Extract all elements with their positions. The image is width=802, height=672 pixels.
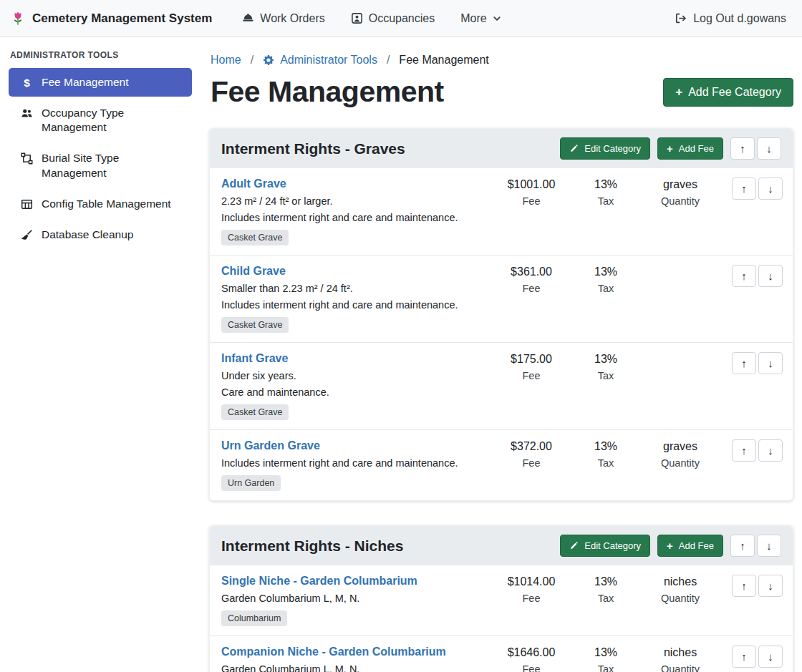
fee-type-badge: Casket Grave (221, 317, 289, 333)
fee-name-link[interactable]: Companion Niche - Garden Columbarium (221, 646, 446, 658)
fee-description: Includes interment right and care and ma… (221, 299, 488, 311)
fee-quantity-value: niches (637, 575, 724, 589)
fee-amount-value: $361.00 (488, 266, 575, 279)
fee-tax-label: Tax (575, 457, 637, 469)
fee-quantity-label: Quantity (637, 195, 724, 207)
fee-amount-label: Fee (488, 593, 575, 604)
fee-tax-value: 13% (575, 353, 637, 366)
arrow-up-icon: ↑ (740, 142, 745, 155)
move-fee-up-button[interactable]: ↑ (732, 646, 756, 668)
fee-quantity-value: niches (637, 646, 724, 660)
logout-label: Log Out d.gowans (693, 12, 786, 25)
fee-tax-value: 13% (575, 575, 637, 589)
dollar-icon: $ (20, 77, 34, 89)
nav-item-work-orders[interactable]: Work Orders (242, 12, 324, 25)
fee-tax-label: Tax (575, 283, 637, 294)
edit-category-label: Edit Category (584, 143, 641, 154)
move-fee-down-button[interactable]: ↓ (758, 352, 783, 374)
move-fee-up-button[interactable]: ↑ (732, 177, 756, 200)
fee-quantity-value: graves (637, 440, 724, 454)
arrow-down-icon: ↓ (768, 357, 773, 369)
fee-main: Single Niche - Garden Columbarium Garden… (221, 575, 488, 626)
occupancy-icon (351, 12, 363, 24)
fee-amount-column: $1646.00 Fee (488, 646, 575, 672)
fee-description: 2.23 m² / 24 ft² or larger. (221, 195, 488, 207)
main-content: Home / Administrator Tools / Fee Managem… (200, 37, 802, 672)
fee-amount-value: $372.00 (488, 440, 575, 454)
breadcrumb-home-link[interactable]: Home (211, 54, 241, 67)
move-category-up-button[interactable]: ↑ (730, 137, 755, 160)
nav-item-more[interactable]: More (460, 12, 501, 25)
fee-tax-value: 13% (575, 178, 637, 192)
sidebar-item-label: Occupancy Type Management (42, 106, 180, 135)
add-fee-button[interactable]: + Add Fee (657, 535, 723, 557)
fee-amount-value: $1001.00 (488, 178, 575, 192)
fee-reorder-group: ↑ ↓ (724, 265, 783, 333)
arrow-up-icon: ↑ (741, 357, 747, 369)
add-fee-category-button[interactable]: + Add Fee Category (663, 78, 793, 107)
table-icon (20, 198, 34, 210)
fee-reorder-group: ↑ ↓ (724, 646, 783, 672)
fee-name-link[interactable]: Urn Garden Grave (221, 439, 320, 452)
fee-name-link[interactable]: Adult Grave (221, 177, 286, 190)
fee-row: Single Niche - Garden Columbarium Garden… (210, 565, 793, 636)
fee-tax-column: 13% Tax (575, 439, 637, 491)
sidebar-item-burial-site-type-management[interactable]: Burial Site Type Management (9, 144, 192, 187)
fee-tax-label: Tax (575, 663, 637, 672)
fee-quantity-column (637, 352, 724, 420)
sidebar-item-config-table-management[interactable]: Config Table Management (9, 190, 192, 218)
move-fee-down-button[interactable]: ↓ (758, 177, 783, 200)
edit-category-button[interactable]: Edit Category (560, 535, 650, 557)
add-fee-label: Add Fee (679, 540, 714, 551)
edit-category-button[interactable]: Edit Category (560, 137, 650, 160)
fee-quantity-column: niches Quantity (637, 575, 724, 626)
fee-description: Garden Columbarium L, M, N. (221, 663, 488, 672)
move-fee-down-button[interactable]: ↓ (758, 646, 783, 668)
fee-quantity-label: Quantity (637, 593, 724, 604)
move-category-up-button[interactable]: ↑ (730, 535, 755, 557)
add-fee-button[interactable]: + Add Fee (657, 137, 723, 160)
fee-main: Adult Grave 2.23 m² / 24 ft² or larger.I… (221, 177, 488, 245)
fee-name-link[interactable]: Single Niche - Garden Columbarium (221, 575, 417, 588)
fee-amount-column: $372.00 Fee (488, 439, 575, 491)
move-fee-up-button[interactable]: ↑ (732, 439, 756, 462)
breadcrumb-admin-tools-link[interactable]: Administrator Tools (263, 54, 377, 67)
fee-reorder-group: ↑ ↓ (724, 439, 783, 491)
move-fee-up-button[interactable]: ↑ (732, 265, 756, 287)
sidebar-title: ADMINISTRATOR TOOLS (0, 44, 200, 68)
fee-name-link[interactable]: Infant Grave (221, 352, 288, 365)
breadcrumb-separator: / (387, 54, 390, 67)
fee-name-link[interactable]: Child Grave (221, 265, 286, 278)
sidebar-item-occupancy-type-management[interactable]: Occupancy Type Management (9, 99, 192, 142)
fee-quantity-label: Quantity (637, 663, 724, 672)
category-header: Interment Rights - Niches Edit Category … (210, 526, 793, 565)
arrow-up-icon: ↑ (740, 540, 745, 552)
fee-description: Care and maintenance. (221, 386, 488, 398)
move-category-down-button[interactable]: ↓ (757, 535, 781, 557)
move-fee-down-button[interactable]: ↓ (758, 575, 783, 597)
move-category-down-button[interactable]: ↓ (757, 137, 781, 160)
fee-row: Child Grave Smaller than 2.23 m² / 24 ft… (210, 255, 793, 343)
move-fee-up-button[interactable]: ↑ (732, 352, 756, 374)
sidebar-item-database-cleanup[interactable]: Database Cleanup (9, 220, 192, 249)
breadcrumb-current: Fee Management (399, 54, 488, 67)
fee-descriptions: Under six years.Care and maintenance. (221, 370, 488, 398)
move-fee-down-button[interactable]: ↓ (758, 265, 783, 287)
fee-amount-value: $1014.00 (488, 575, 575, 589)
people-icon (20, 107, 34, 120)
fee-tax-column: 13% Tax (575, 646, 637, 672)
frame-icon (20, 152, 34, 165)
arrow-down-icon: ↓ (768, 444, 773, 457)
fee-row: Companion Niche - Garden Columbarium Gar… (210, 636, 793, 672)
category-reorder-group: ↑ ↓ (730, 535, 781, 557)
fee-quantity-label: Quantity (637, 457, 724, 469)
fee-quantity-column: graves Quantity (637, 439, 724, 491)
sidebar-item-fee-management[interactable]: $ Fee Management (9, 68, 192, 97)
fee-reorder-group: ↑ ↓ (724, 575, 783, 626)
logout-link[interactable]: Log Out d.gowans (675, 12, 786, 25)
nav-item-occupancies[interactable]: Occupancies (351, 12, 435, 25)
move-fee-down-button[interactable]: ↓ (758, 439, 783, 462)
fee-amount-label: Fee (488, 457, 575, 469)
move-fee-up-button[interactable]: ↑ (732, 575, 756, 597)
broom-icon (20, 229, 34, 241)
